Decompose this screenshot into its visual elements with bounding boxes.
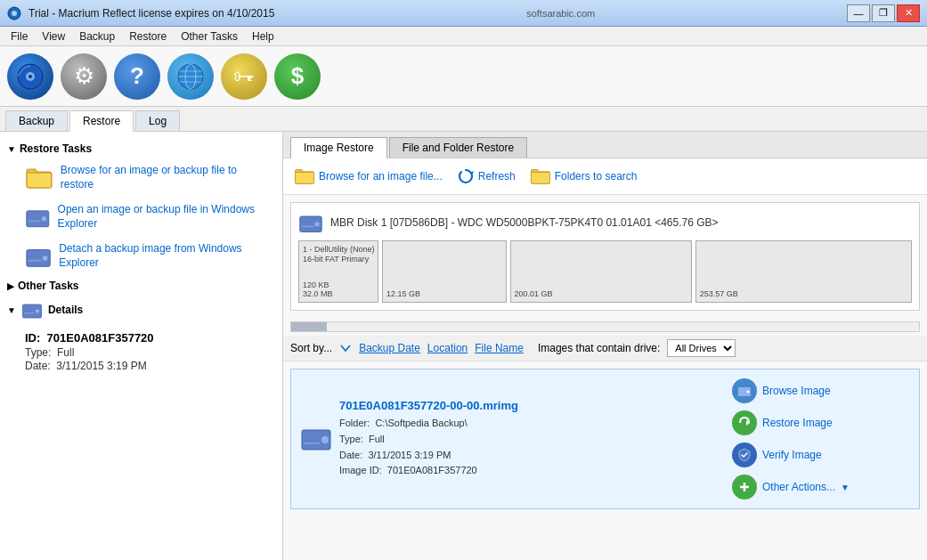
close-button[interactable]: ✕ [897,4,920,22]
image-id-value: 701E0A081F357720 [387,465,477,475]
title-bar-title: Trial - Macrium Reflect license expires … [28,7,274,20]
partition-4[interactable]: 253.57 GB [695,240,912,303]
other-actions-btn[interactable]: Other Actions... ▼ [732,475,850,499]
date-label: Date: [339,450,362,460]
verify-image-icon [732,442,757,467]
toolbar-gear-button[interactable]: ⚙ [61,53,107,100]
svg-rect-19 [24,312,35,314]
menu-restore[interactable]: Restore [122,28,174,45]
svg-rect-13 [28,221,41,223]
restore-tasks-header[interactable]: ▼ Restore Tasks [4,139,279,158]
restore-tasks-arrow: ▼ [7,144,16,154]
toolbar-globe-button[interactable] [167,53,214,100]
disk-view: MBR Disk 1 [07D586DB] - WDC WD5000BPKT-7… [290,202,920,311]
browse-image-btn[interactable]: Browse for an image file... [294,166,443,187]
refresh-btn[interactable]: Refresh [457,167,516,185]
details-date-value: 3/11/2015 3:19 PM [56,360,146,372]
details-type-line: Type: Full [25,346,272,359]
app-icon [7,6,21,20]
browse-image-action-btn[interactable]: Browse Image [732,378,831,403]
partition-4-size: 253.57 GB [700,289,907,298]
other-actions-icon [732,475,757,499]
toolbar-dollar-button[interactable]: $ [274,53,321,100]
other-tasks-arrow: ▶ [7,281,14,291]
restore-image-btn[interactable]: Restore Image [732,410,833,435]
scrollbar-thumb[interactable] [291,322,327,331]
details-label: Details [48,304,83,316]
type-value: Full [369,434,385,444]
globe-icon [176,62,205,91]
minimize-button[interactable]: — [847,4,870,22]
browse-image-action-text: Browse Image [762,385,831,397]
toolbar-key-button[interactable]: 🗝 [221,53,267,100]
search-folder-icon [530,166,551,187]
sort-by-label: Sort by... [290,342,332,354]
image-entry: 701E0A081F357720-00-00.mrimg Folder: C:\… [290,369,920,509]
details-id-label: ID: [25,331,40,345]
toolbar-disc-button[interactable] [7,53,53,100]
disk-icon [298,210,323,235]
disk-scrollbar[interactable] [290,321,920,332]
restore-tasks-label: Restore Tasks [20,142,92,155]
hdd-icon-details [21,299,43,321]
details-header[interactable]: ▼ Details [4,296,279,324]
verify-image-btn[interactable]: Verify Image [732,442,822,467]
task-open-explorer-text: Open an image or backup file in Windows … [58,203,272,231]
image-entry-disk-icon [300,423,332,455]
svg-rect-16 [28,260,42,262]
title-bar: Trial - Macrium Reflect license expires … [0,0,927,27]
folders-to-search-btn[interactable]: Folders to search [530,166,638,187]
sort-bar: Sort by... Backup Date Location File Nam… [283,336,927,361]
svg-point-1 [12,11,17,16]
image-actions: Browse Image Restore Image [732,378,910,499]
partition-1[interactable]: 1 - DellUtility (None)16-bit FAT Primary… [298,240,378,303]
inner-tabs: Image Restore File and Folder Restore [283,132,927,158]
details-section: ID: 701E0A081F357720 Type: Full Date: 3/… [4,324,279,380]
tab-backup[interactable]: Backup [5,110,68,131]
details-date-line: Date: 3/11/2015 3:19 PM [25,360,272,372]
folders-to-search-text: Folders to search [555,170,638,183]
restore-button[interactable]: ❐ [872,4,895,22]
tab-log[interactable]: Log [135,110,180,131]
task-open-explorer[interactable]: Open an image or backup file in Windows … [4,198,279,237]
details-arrow: ▼ [7,305,16,315]
svg-rect-22 [531,173,549,184]
other-tasks-header[interactable]: ▶ Other Tasks [4,276,279,296]
tab-restore[interactable]: Restore [69,110,134,132]
menu-backup[interactable]: Backup [72,28,122,45]
right-panel: Image Restore File and Folder Restore Br… [283,132,927,560]
partition-1-size2: 32.0 MB [303,289,374,298]
hdd-icon-1 [25,203,51,231]
drives-select[interactable]: All Drives [667,339,736,357]
svg-rect-10 [27,173,52,188]
sort-backup-date[interactable]: Backup Date [359,342,420,354]
svg-point-18 [36,309,40,313]
svg-rect-28 [304,442,320,444]
svg-rect-25 [302,226,314,228]
menu-other-tasks[interactable]: Other Tasks [174,28,245,45]
menu-file[interactable]: File [4,28,35,45]
partition-3[interactable]: 200.01 GB [510,240,692,303]
sort-location[interactable]: Location [427,342,468,354]
folder-value: C:\Softpedia Backup\ [375,418,467,428]
menu-help[interactable]: Help [245,28,281,45]
tab-image-restore[interactable]: Image Restore [290,137,387,158]
toolbar-help-button[interactable]: ? [114,53,160,100]
task-detach-image[interactable]: Detach a backup image from Windows Explo… [4,237,279,276]
partition-1-size1: 120 KB [303,280,374,289]
date-value: 3/11/2015 3:19 PM [368,450,451,460]
disk-header: MBR Disk 1 [07D586DB] - WDC WD5000BPKT-7… [298,210,912,235]
sort-file-name[interactable]: File Name [475,342,524,354]
menu-view[interactable]: View [35,28,72,45]
refresh-text: Refresh [478,170,516,183]
task-browse-image[interactable]: Browse for an image or backup file to re… [4,158,279,198]
partition-2[interactable]: 12.15 GB [382,240,507,303]
main-area: ▼ Restore Tasks Browse for an image or b… [0,132,927,560]
verify-image-text: Verify Image [762,449,822,461]
details-id: ID: 701E0A081F357720 [25,331,272,345]
title-bar-controls: — ❐ ✕ [847,4,920,22]
folder-label: Folder: [339,418,370,428]
svg-point-15 [43,256,48,261]
restore-image-text: Restore Image [762,417,833,429]
tab-file-folder-restore[interactable]: File and Folder Restore [389,137,527,158]
